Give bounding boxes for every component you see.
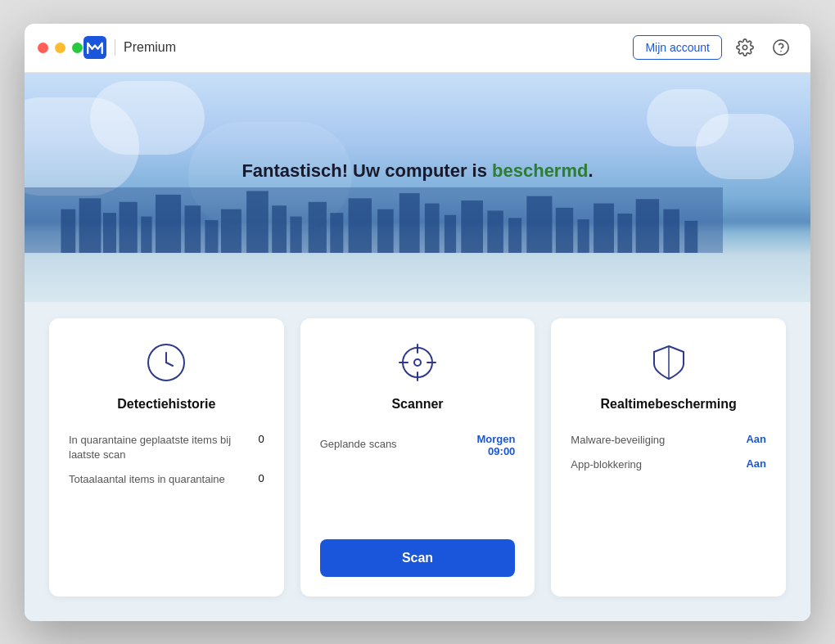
malware-value: Aan bbox=[746, 433, 766, 445]
cloud-1 bbox=[25, 97, 139, 196]
svg-rect-30 bbox=[594, 203, 614, 252]
detection-card: Detectiehistorie In quarantaine geplaats… bbox=[49, 318, 284, 597]
brand-logo-icon bbox=[84, 36, 106, 59]
svg-rect-28 bbox=[556, 207, 573, 252]
brand-divider bbox=[115, 39, 115, 56]
hero-text: Fantastisch! Uw computer is beschermd. bbox=[241, 160, 593, 182]
svg-rect-32 bbox=[636, 199, 659, 253]
help-button[interactable] bbox=[768, 34, 794, 61]
svg-rect-21 bbox=[399, 193, 420, 253]
titlebar: Premium Mijn account bbox=[25, 24, 810, 73]
app-window: Premium Mijn account bbox=[25, 24, 810, 621]
svg-point-2 bbox=[774, 40, 788, 55]
realtime-card-title: Realtimebescherming bbox=[601, 397, 737, 412]
detection-row-2-value: 0 bbox=[258, 472, 264, 484]
hero-title: Fantastisch! Uw computer is beschermd. bbox=[241, 160, 593, 182]
help-icon bbox=[772, 38, 790, 56]
svg-rect-23 bbox=[445, 214, 456, 252]
realtime-rows: Malware-beveiliging Aan App-blokkering A… bbox=[571, 428, 766, 477]
cloud-2 bbox=[90, 81, 205, 155]
svg-rect-16 bbox=[290, 216, 301, 252]
svg-rect-18 bbox=[330, 213, 343, 253]
scanner-icon bbox=[396, 341, 439, 384]
gear-icon bbox=[736, 38, 754, 56]
account-button[interactable]: Mijn account bbox=[633, 35, 722, 60]
svg-rect-14 bbox=[246, 191, 269, 253]
scanner-card-title: Scanner bbox=[391, 397, 443, 412]
minimize-button[interactable] bbox=[55, 43, 65, 53]
svg-rect-10 bbox=[156, 194, 181, 252]
svg-rect-15 bbox=[272, 205, 287, 253]
svg-rect-26 bbox=[508, 218, 521, 253]
app-block-value: Aan bbox=[746, 457, 766, 470]
cloud-4 bbox=[647, 89, 729, 146]
detection-row-1-label: In quarantaine geplaatste items bij laat… bbox=[69, 433, 251, 462]
svg-rect-13 bbox=[221, 209, 241, 252]
malware-label: Malware-beveiliging bbox=[571, 433, 739, 448]
svg-rect-20 bbox=[377, 209, 394, 252]
svg-rect-17 bbox=[309, 201, 327, 252]
maximize-button[interactable] bbox=[72, 43, 83, 53]
cards-section: Detectiehistorie In quarantaine geplaats… bbox=[25, 302, 810, 621]
svg-rect-33 bbox=[663, 209, 679, 252]
scan-button[interactable]: Scan bbox=[320, 539, 516, 577]
hero-title-highlight: beschermd bbox=[492, 160, 588, 181]
table-row: App-blokkering Aan bbox=[571, 453, 766, 477]
hero-title-part1: Fantastisch! Uw computer is bbox=[241, 160, 492, 181]
detection-row-2-label: Totaalaantal items in quarantaine bbox=[69, 472, 251, 487]
svg-rect-22 bbox=[425, 203, 440, 252]
titlebar-actions: Mijn account bbox=[633, 34, 794, 61]
table-row: In quarantaine geplaatste items bij laat… bbox=[69, 428, 264, 467]
settings-button[interactable] bbox=[732, 34, 758, 61]
brand: Premium bbox=[84, 36, 176, 59]
svg-rect-29 bbox=[578, 219, 589, 253]
traffic-lights bbox=[38, 43, 83, 53]
svg-rect-19 bbox=[349, 198, 372, 253]
svg-rect-31 bbox=[617, 214, 632, 253]
svg-rect-25 bbox=[487, 210, 503, 253]
scheduled-value: Morgen09:00 bbox=[476, 433, 515, 457]
realtime-card: Realtimebescherming Malware-beveiliging … bbox=[551, 318, 786, 597]
table-row: Malware-beveiliging Aan bbox=[571, 428, 766, 453]
hero-title-end: . bbox=[588, 160, 593, 181]
shield-icon bbox=[648, 341, 690, 384]
svg-rect-5 bbox=[61, 209, 75, 252]
svg-rect-6 bbox=[79, 198, 102, 253]
svg-rect-34 bbox=[684, 220, 697, 252]
scanner-card: Scanner Geplande scans Morgen09:00 Scan bbox=[300, 318, 535, 597]
svg-rect-12 bbox=[205, 220, 218, 253]
detection-row-1-value: 0 bbox=[258, 433, 264, 445]
svg-rect-7 bbox=[103, 213, 116, 253]
detection-card-title: Detectiehistorie bbox=[117, 397, 215, 412]
svg-point-1 bbox=[742, 45, 747, 50]
svg-point-39 bbox=[414, 359, 421, 366]
cloud-3 bbox=[696, 114, 794, 179]
history-icon bbox=[145, 341, 187, 384]
table-row: Totaalaantal items in quarantaine 0 bbox=[69, 467, 264, 492]
close-button[interactable] bbox=[38, 43, 48, 53]
svg-rect-27 bbox=[526, 196, 552, 252]
svg-rect-11 bbox=[185, 205, 201, 253]
svg-rect-9 bbox=[141, 216, 151, 252]
scanner-schedule-row: Geplande scans Morgen09:00 bbox=[320, 428, 516, 462]
app-block-label: App-blokkering bbox=[571, 457, 739, 472]
scheduled-label: Geplande scans bbox=[320, 437, 477, 452]
cityscape-icon bbox=[25, 187, 723, 253]
hero-section: Fantastisch! Uw computer is beschermd. bbox=[25, 73, 810, 302]
svg-rect-24 bbox=[461, 200, 483, 253]
brand-name: Premium bbox=[124, 40, 176, 55]
svg-rect-8 bbox=[120, 201, 138, 252]
detection-rows: In quarantaine geplaatste items bij laat… bbox=[69, 428, 264, 493]
svg-line-37 bbox=[166, 363, 173, 366]
